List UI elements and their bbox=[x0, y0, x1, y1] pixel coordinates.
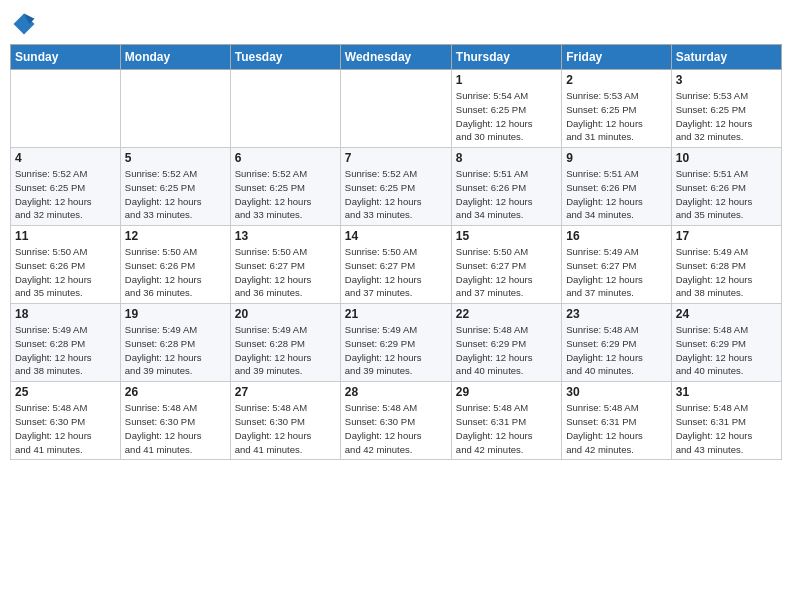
day-number: 22 bbox=[456, 307, 557, 321]
day-number: 13 bbox=[235, 229, 336, 243]
day-of-week-header: Tuesday bbox=[230, 45, 340, 70]
day-number: 12 bbox=[125, 229, 226, 243]
day-of-week-header: Friday bbox=[562, 45, 671, 70]
day-number: 17 bbox=[676, 229, 777, 243]
day-info: Sunrise: 5:54 AM Sunset: 6:25 PM Dayligh… bbox=[456, 89, 557, 144]
calendar-cell: 22Sunrise: 5:48 AM Sunset: 6:29 PM Dayli… bbox=[451, 304, 561, 382]
calendar-cell: 24Sunrise: 5:48 AM Sunset: 6:29 PM Dayli… bbox=[671, 304, 781, 382]
day-info: Sunrise: 5:48 AM Sunset: 6:30 PM Dayligh… bbox=[125, 401, 226, 456]
day-info: Sunrise: 5:51 AM Sunset: 6:26 PM Dayligh… bbox=[566, 167, 666, 222]
day-info: Sunrise: 5:50 AM Sunset: 6:26 PM Dayligh… bbox=[15, 245, 116, 300]
calendar-table: SundayMondayTuesdayWednesdayThursdayFrid… bbox=[10, 44, 782, 460]
calendar-cell: 4Sunrise: 5:52 AM Sunset: 6:25 PM Daylig… bbox=[11, 148, 121, 226]
calendar-cell bbox=[120, 70, 230, 148]
page-header bbox=[10, 10, 782, 38]
day-info: Sunrise: 5:49 AM Sunset: 6:28 PM Dayligh… bbox=[676, 245, 777, 300]
calendar-cell bbox=[11, 70, 121, 148]
day-number: 28 bbox=[345, 385, 447, 399]
calendar-cell: 11Sunrise: 5:50 AM Sunset: 6:26 PM Dayli… bbox=[11, 226, 121, 304]
day-number: 5 bbox=[125, 151, 226, 165]
calendar-cell: 31Sunrise: 5:48 AM Sunset: 6:31 PM Dayli… bbox=[671, 382, 781, 460]
day-info: Sunrise: 5:49 AM Sunset: 6:27 PM Dayligh… bbox=[566, 245, 666, 300]
day-number: 16 bbox=[566, 229, 666, 243]
calendar-cell: 26Sunrise: 5:48 AM Sunset: 6:30 PM Dayli… bbox=[120, 382, 230, 460]
day-info: Sunrise: 5:48 AM Sunset: 6:29 PM Dayligh… bbox=[676, 323, 777, 378]
calendar-cell: 15Sunrise: 5:50 AM Sunset: 6:27 PM Dayli… bbox=[451, 226, 561, 304]
calendar-cell: 8Sunrise: 5:51 AM Sunset: 6:26 PM Daylig… bbox=[451, 148, 561, 226]
day-number: 3 bbox=[676, 73, 777, 87]
day-info: Sunrise: 5:50 AM Sunset: 6:27 PM Dayligh… bbox=[235, 245, 336, 300]
calendar-cell: 28Sunrise: 5:48 AM Sunset: 6:30 PM Dayli… bbox=[340, 382, 451, 460]
calendar-week-row: 4Sunrise: 5:52 AM Sunset: 6:25 PM Daylig… bbox=[11, 148, 782, 226]
day-number: 18 bbox=[15, 307, 116, 321]
calendar-header-row: SundayMondayTuesdayWednesdayThursdayFrid… bbox=[11, 45, 782, 70]
calendar-cell: 6Sunrise: 5:52 AM Sunset: 6:25 PM Daylig… bbox=[230, 148, 340, 226]
day-number: 20 bbox=[235, 307, 336, 321]
svg-marker-0 bbox=[14, 14, 35, 35]
calendar-cell bbox=[230, 70, 340, 148]
day-number: 11 bbox=[15, 229, 116, 243]
day-info: Sunrise: 5:50 AM Sunset: 6:27 PM Dayligh… bbox=[456, 245, 557, 300]
calendar-cell: 9Sunrise: 5:51 AM Sunset: 6:26 PM Daylig… bbox=[562, 148, 671, 226]
calendar-week-row: 11Sunrise: 5:50 AM Sunset: 6:26 PM Dayli… bbox=[11, 226, 782, 304]
day-number: 1 bbox=[456, 73, 557, 87]
day-info: Sunrise: 5:51 AM Sunset: 6:26 PM Dayligh… bbox=[456, 167, 557, 222]
calendar-cell: 20Sunrise: 5:49 AM Sunset: 6:28 PM Dayli… bbox=[230, 304, 340, 382]
day-number: 25 bbox=[15, 385, 116, 399]
day-info: Sunrise: 5:48 AM Sunset: 6:29 PM Dayligh… bbox=[566, 323, 666, 378]
day-number: 10 bbox=[676, 151, 777, 165]
calendar-week-row: 25Sunrise: 5:48 AM Sunset: 6:30 PM Dayli… bbox=[11, 382, 782, 460]
day-of-week-header: Wednesday bbox=[340, 45, 451, 70]
calendar-cell: 16Sunrise: 5:49 AM Sunset: 6:27 PM Dayli… bbox=[562, 226, 671, 304]
calendar-cell: 7Sunrise: 5:52 AM Sunset: 6:25 PM Daylig… bbox=[340, 148, 451, 226]
day-info: Sunrise: 5:49 AM Sunset: 6:28 PM Dayligh… bbox=[125, 323, 226, 378]
calendar-cell: 2Sunrise: 5:53 AM Sunset: 6:25 PM Daylig… bbox=[562, 70, 671, 148]
day-number: 14 bbox=[345, 229, 447, 243]
day-number: 9 bbox=[566, 151, 666, 165]
day-info: Sunrise: 5:53 AM Sunset: 6:25 PM Dayligh… bbox=[566, 89, 666, 144]
day-info: Sunrise: 5:48 AM Sunset: 6:30 PM Dayligh… bbox=[235, 401, 336, 456]
calendar-cell: 3Sunrise: 5:53 AM Sunset: 6:25 PM Daylig… bbox=[671, 70, 781, 148]
logo bbox=[10, 10, 42, 38]
day-info: Sunrise: 5:48 AM Sunset: 6:30 PM Dayligh… bbox=[345, 401, 447, 456]
calendar-cell: 25Sunrise: 5:48 AM Sunset: 6:30 PM Dayli… bbox=[11, 382, 121, 460]
calendar-cell: 17Sunrise: 5:49 AM Sunset: 6:28 PM Dayli… bbox=[671, 226, 781, 304]
day-info: Sunrise: 5:49 AM Sunset: 6:29 PM Dayligh… bbox=[345, 323, 447, 378]
calendar-cell: 14Sunrise: 5:50 AM Sunset: 6:27 PM Dayli… bbox=[340, 226, 451, 304]
day-number: 4 bbox=[15, 151, 116, 165]
day-info: Sunrise: 5:52 AM Sunset: 6:25 PM Dayligh… bbox=[15, 167, 116, 222]
day-number: 23 bbox=[566, 307, 666, 321]
calendar-cell: 30Sunrise: 5:48 AM Sunset: 6:31 PM Dayli… bbox=[562, 382, 671, 460]
day-info: Sunrise: 5:49 AM Sunset: 6:28 PM Dayligh… bbox=[235, 323, 336, 378]
day-info: Sunrise: 5:48 AM Sunset: 6:29 PM Dayligh… bbox=[456, 323, 557, 378]
day-of-week-header: Thursday bbox=[451, 45, 561, 70]
calendar-cell bbox=[340, 70, 451, 148]
calendar-cell: 18Sunrise: 5:49 AM Sunset: 6:28 PM Dayli… bbox=[11, 304, 121, 382]
day-info: Sunrise: 5:50 AM Sunset: 6:27 PM Dayligh… bbox=[345, 245, 447, 300]
day-number: 2 bbox=[566, 73, 666, 87]
day-info: Sunrise: 5:52 AM Sunset: 6:25 PM Dayligh… bbox=[235, 167, 336, 222]
day-number: 19 bbox=[125, 307, 226, 321]
calendar-week-row: 18Sunrise: 5:49 AM Sunset: 6:28 PM Dayli… bbox=[11, 304, 782, 382]
day-number: 31 bbox=[676, 385, 777, 399]
day-number: 26 bbox=[125, 385, 226, 399]
day-info: Sunrise: 5:51 AM Sunset: 6:26 PM Dayligh… bbox=[676, 167, 777, 222]
day-info: Sunrise: 5:50 AM Sunset: 6:26 PM Dayligh… bbox=[125, 245, 226, 300]
day-of-week-header: Sunday bbox=[11, 45, 121, 70]
calendar-cell: 23Sunrise: 5:48 AM Sunset: 6:29 PM Dayli… bbox=[562, 304, 671, 382]
calendar-cell: 19Sunrise: 5:49 AM Sunset: 6:28 PM Dayli… bbox=[120, 304, 230, 382]
calendar-cell: 12Sunrise: 5:50 AM Sunset: 6:26 PM Dayli… bbox=[120, 226, 230, 304]
calendar-cell: 10Sunrise: 5:51 AM Sunset: 6:26 PM Dayli… bbox=[671, 148, 781, 226]
calendar-cell: 13Sunrise: 5:50 AM Sunset: 6:27 PM Dayli… bbox=[230, 226, 340, 304]
day-number: 6 bbox=[235, 151, 336, 165]
day-number: 24 bbox=[676, 307, 777, 321]
day-number: 7 bbox=[345, 151, 447, 165]
day-number: 8 bbox=[456, 151, 557, 165]
day-number: 29 bbox=[456, 385, 557, 399]
calendar-cell: 29Sunrise: 5:48 AM Sunset: 6:31 PM Dayli… bbox=[451, 382, 561, 460]
day-info: Sunrise: 5:48 AM Sunset: 6:31 PM Dayligh… bbox=[566, 401, 666, 456]
day-of-week-header: Monday bbox=[120, 45, 230, 70]
calendar-cell: 21Sunrise: 5:49 AM Sunset: 6:29 PM Dayli… bbox=[340, 304, 451, 382]
calendar-week-row: 1Sunrise: 5:54 AM Sunset: 6:25 PM Daylig… bbox=[11, 70, 782, 148]
logo-icon bbox=[10, 10, 38, 38]
